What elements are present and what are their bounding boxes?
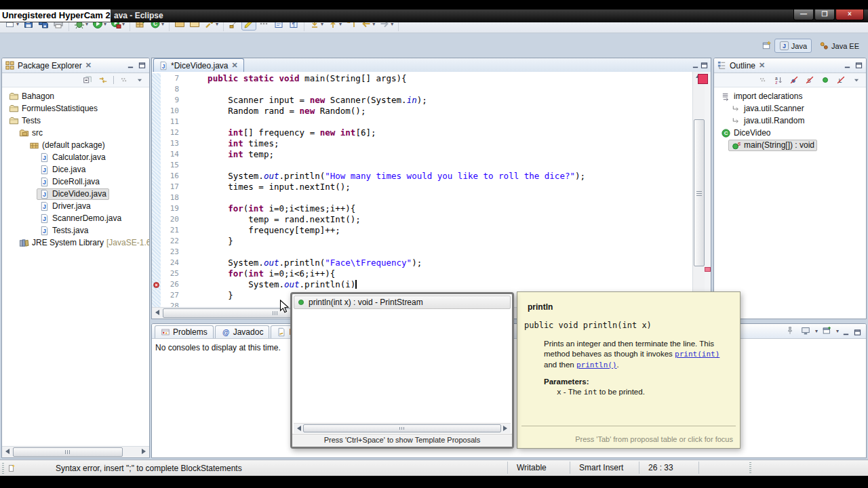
code-line[interactable]: 26 System.out.println(i) bbox=[152, 279, 692, 290]
code-line[interactable]: 15 bbox=[152, 160, 692, 171]
line-number: 22 bbox=[161, 236, 182, 247]
java-file-icon: J bbox=[39, 152, 50, 163]
code-line[interactable]: 18 bbox=[152, 192, 692, 203]
close-button[interactable]: × bbox=[835, 9, 864, 20]
hide-static-button[interactable]: S bbox=[803, 74, 816, 86]
error-overview-tick[interactable] bbox=[705, 267, 711, 272]
focus-task-button[interactable] bbox=[756, 74, 770, 86]
maximize-view-icon[interactable] bbox=[854, 61, 863, 70]
svg-text:J: J bbox=[43, 228, 46, 235]
line-number: 17 bbox=[161, 182, 182, 192]
package-explorer-item[interactable]: Bahagon bbox=[2, 90, 149, 102]
completion-proposal[interactable]: println(int x) : void - PrintStream bbox=[294, 296, 511, 309]
outline-tree: import declarationsjava.util.Scannerjava… bbox=[714, 87, 866, 151]
dropdown-arrow-icon[interactable]: ▾ bbox=[836, 328, 839, 334]
code-text bbox=[182, 84, 187, 95]
tab-javadoc[interactable]: @Javadoc bbox=[215, 325, 270, 338]
code-line[interactable]: 11 bbox=[152, 117, 692, 127]
javadoc-link[interactable]: print(int) bbox=[675, 350, 719, 359]
editor-tab-dicevideo[interactable]: J *DiceVideo.java ✕ bbox=[153, 58, 244, 72]
hide-non-public-button[interactable] bbox=[818, 74, 832, 86]
hide-local-button[interactable]: L bbox=[834, 74, 848, 86]
outline-item-label: main(String[]) : void bbox=[744, 140, 814, 150]
perspective-java[interactable]: JJava bbox=[774, 39, 812, 53]
src-icon bbox=[19, 128, 29, 138]
maximize-view-icon[interactable] bbox=[853, 328, 862, 337]
package-explorer-item[interactable]: JDriver.java bbox=[2, 200, 149, 212]
outline-item[interactable]: java.util.Scanner bbox=[714, 102, 866, 115]
perspective-javaee[interactable]: Java EE bbox=[814, 39, 864, 53]
code-line[interactable]: 10 Random rand = new Random(); bbox=[152, 106, 692, 117]
code-line[interactable]: 14 int temp; bbox=[152, 149, 692, 160]
sort-icon: az bbox=[774, 75, 783, 85]
overview-ruler[interactable] bbox=[705, 72, 711, 309]
minimize-button[interactable]: — bbox=[793, 9, 814, 20]
package-explorer-hscrollbar[interactable] bbox=[2, 446, 149, 458]
maximize-view-icon[interactable] bbox=[700, 61, 709, 70]
outline-close-icon[interactable]: ✕ bbox=[758, 61, 766, 70]
collapse-all-button[interactable] bbox=[81, 74, 94, 86]
pin-console-button[interactable] bbox=[783, 325, 797, 337]
code-editor[interactable]: 7 public static void main(String[] args)… bbox=[152, 72, 711, 309]
code-line[interactable]: 16 System.out.println("How many times wo… bbox=[152, 171, 692, 182]
outline-item[interactable]: CDiceVideo bbox=[714, 127, 866, 139]
line-number: 19 bbox=[161, 203, 182, 214]
proposal-hscrollbar[interactable] bbox=[294, 423, 511, 433]
console-display-button[interactable] bbox=[799, 325, 812, 337]
package-explorer-item[interactable]: (default package) bbox=[2, 139, 149, 151]
package-explorer-item[interactable]: JDice.java bbox=[2, 163, 149, 176]
code-line[interactable]: 23 bbox=[152, 247, 692, 258]
outline-item[interactable]: java.util.Random bbox=[714, 115, 866, 127]
code-line[interactable]: 22 } bbox=[152, 236, 692, 247]
code-line[interactable]: 9 Scanner input = new Scanner(System.in)… bbox=[152, 95, 692, 106]
view-menu-button[interactable] bbox=[850, 74, 863, 86]
open-console-button[interactable] bbox=[820, 325, 833, 337]
package-explorer-item[interactable]: JScannerDemo.java bbox=[2, 212, 149, 224]
minimize-view-icon[interactable] bbox=[843, 61, 852, 70]
focus-task-button[interactable] bbox=[117, 74, 131, 86]
outline-item[interactable]: Smain(String[]) : void bbox=[714, 139, 866, 151]
package-explorer-item[interactable]: JCalculator.java bbox=[2, 151, 149, 163]
javadoc-link[interactable]: println() bbox=[576, 361, 617, 369]
status-insert-mode: Smart Insert bbox=[579, 460, 623, 475]
editor-tab-close-icon[interactable]: ✕ bbox=[231, 61, 239, 70]
view-menu-button[interactable] bbox=[133, 74, 146, 86]
annotation-ruler bbox=[152, 84, 161, 95]
code-line[interactable]: 20 temp = rand.nextInt(); bbox=[152, 214, 692, 225]
tab-problems[interactable]: Problems bbox=[155, 325, 214, 338]
hide-fields-button[interactable] bbox=[787, 74, 801, 86]
outline-item[interactable]: import declarations bbox=[714, 90, 866, 102]
maximize-view-icon[interactable] bbox=[138, 61, 146, 70]
editor-vscrollbar[interactable] bbox=[692, 72, 705, 309]
code-line[interactable]: 21 frequency[temp]++; bbox=[152, 225, 692, 236]
code-line[interactable]: 24 System.out.println("Face\tFrequency")… bbox=[152, 258, 692, 268]
code-line[interactable]: 25 for(int i=0;i<6;i++){ bbox=[152, 268, 692, 279]
dropdown-arrow-icon[interactable]: ▾ bbox=[815, 328, 818, 334]
code-line[interactable]: 12 int[] frequency = new int[6]; bbox=[152, 127, 692, 138]
package-explorer-item[interactable]: JDiceRoll.java bbox=[2, 176, 149, 188]
package-explorer-item[interactable]: Tests bbox=[2, 115, 149, 127]
link-editor-button[interactable] bbox=[96, 74, 110, 86]
svg-text:C: C bbox=[724, 130, 728, 136]
code-line[interactable]: 8 bbox=[152, 84, 692, 95]
package-explorer-item[interactable]: src bbox=[2, 127, 149, 139]
line-number: 18 bbox=[161, 192, 182, 203]
package-explorer-close-icon[interactable]: ✕ bbox=[85, 61, 92, 70]
javadoc-description: Prints an integer and then terminate the… bbox=[517, 330, 740, 370]
code-line[interactable]: 7 public static void main(String[] args)… bbox=[152, 73, 692, 84]
code-line[interactable]: 13 int times; bbox=[152, 138, 692, 149]
code-line[interactable]: 19 for(int i=0;i<times;i++){ bbox=[152, 203, 692, 214]
package-explorer-item[interactable]: FormulesStatistiques bbox=[2, 102, 149, 115]
restore-button[interactable]: ❐ bbox=[814, 9, 835, 20]
javadoc-parameters-label: Parameters: bbox=[517, 370, 740, 386]
minimize-view-icon[interactable] bbox=[842, 328, 850, 337]
package-explorer-item[interactable]: JRE System Library [JavaSE-1.6] bbox=[2, 237, 149, 249]
package-explorer-item[interactable]: JTests.java bbox=[2, 224, 149, 237]
java-file-icon: J bbox=[39, 214, 50, 224]
minimize-view-icon[interactable] bbox=[691, 61, 700, 70]
minimize-view-icon[interactable] bbox=[126, 61, 135, 70]
fast-view-icon[interactable] bbox=[7, 464, 16, 473]
code-line[interactable]: 17 times = input.nextInt(); bbox=[152, 182, 692, 192]
package-explorer-item[interactable]: JDiceVideo.java bbox=[2, 188, 149, 200]
sort-button[interactable]: az bbox=[772, 74, 785, 86]
